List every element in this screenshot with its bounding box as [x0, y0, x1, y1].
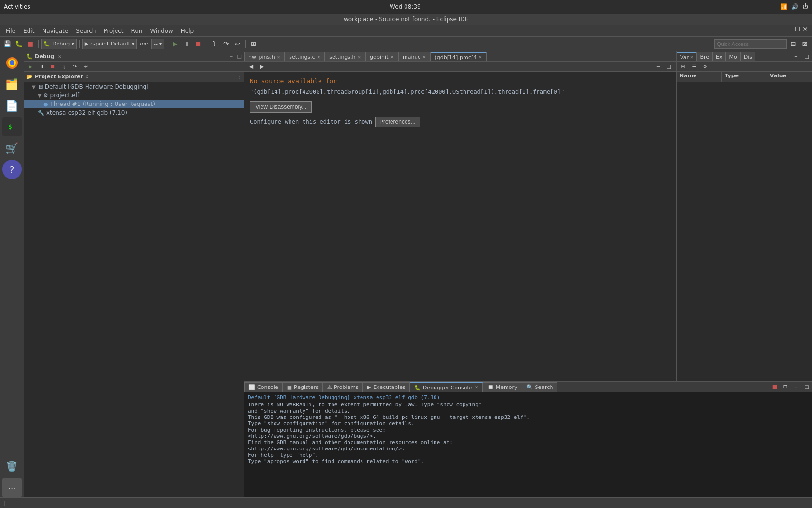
debug-config-dropdown[interactable]: 🐛 Debug ▾ [41, 39, 77, 49]
on-value-dropdown[interactable]: -- ▾ [151, 39, 164, 49]
step-over-btn[interactable]: ↷ [220, 39, 231, 49]
debug-resume-small[interactable]: ▶ [25, 61, 36, 72]
console-content[interactable]: Default [GDB Hardware Debugging] xtensa-… [244, 392, 812, 497]
var-collapse-all[interactable]: ⊟ [678, 61, 688, 72]
var-settings[interactable]: ⚙ [700, 61, 710, 72]
stop-toolbar-btn[interactable]: ■ [25, 39, 36, 49]
launch-config-dropdown[interactable]: ▶ c-point Default ▾ [82, 39, 137, 49]
tab-hw-pins-h-close[interactable]: ✕ [277, 55, 281, 60]
sound-icon[interactable]: 🔊 [791, 3, 798, 10]
tab-gdbinit[interactable]: gdbinit ✕ [365, 52, 398, 61]
restore-btn[interactable]: ☐ [795, 25, 801, 33]
dock-trash[interactable]: 🗑️ [2, 457, 22, 476]
menu-run[interactable]: Run [127, 27, 146, 35]
menu-navigate[interactable]: Navigate [38, 27, 72, 35]
debug-toolbar-btn[interactable]: 🐛 [14, 39, 24, 49]
tab-registers[interactable]: ▦ Registers [283, 382, 323, 392]
var-select-all[interactable]: ☰ [689, 61, 699, 72]
debug-step-return-small[interactable]: ↩ [81, 61, 91, 72]
variables-maximize-btn[interactable]: □ [801, 51, 812, 61]
resume-btn[interactable]: ▶ [170, 39, 180, 49]
tree-item-xtensa[interactable]: 🔧 xtensa-esp32-elf-gdb (7.10) [24, 108, 244, 117]
tab-disassembly[interactable]: Dis [740, 52, 755, 61]
console-line-1: There is NO WARRANTY, to the extent perm… [248, 402, 808, 408]
menu-project[interactable]: Project [100, 27, 127, 35]
power-icon[interactable]: ⏻ [802, 3, 808, 10]
tab-gdbinit-close[interactable]: ✕ [390, 55, 394, 60]
editor-minimize-btn[interactable]: − [653, 61, 664, 72]
step-into-btn[interactable]: ⤵ [209, 39, 219, 49]
save-toolbar-btn[interactable]: 💾 [2, 39, 13, 49]
tab-hw-pins-h[interactable]: hw_pins.h ✕ [244, 52, 285, 61]
terminate-btn[interactable]: ⏹ [193, 39, 203, 49]
project-explorer-close[interactable]: ✕ [85, 75, 89, 79]
tree-item-project-elf[interactable]: ▼ ⚙ project.elf [24, 91, 244, 100]
menu-search[interactable]: Search [72, 27, 100, 35]
debug-panel-close[interactable]: ✕ [58, 54, 62, 59]
tab-settings-h-close[interactable]: ✕ [358, 55, 362, 60]
menu-file[interactable]: File [2, 27, 19, 35]
debug-maximize-icon[interactable]: □ [237, 54, 242, 59]
tab-executables[interactable]: ▶ Executables [363, 382, 410, 392]
open-perspective-view-btn[interactable]: ⊠ [799, 39, 810, 49]
pe-collapse-icon[interactable]: ⋮ [237, 74, 242, 79]
open-editor-view-btn[interactable]: ⊟ [788, 39, 798, 49]
open-perspective-btn[interactable]: ⊞ [248, 39, 259, 49]
activities-label[interactable]: Activities [4, 3, 30, 10]
tab-console[interactable]: ⬜ Console [244, 382, 283, 392]
tab-search[interactable]: 🔍 Search [522, 382, 558, 392]
debug-step-over-small[interactable]: ↷ [70, 61, 80, 72]
view-disassembly-btn[interactable]: View Disassembly... [250, 101, 312, 113]
tab-variables[interactable]: Var ✕ [677, 52, 696, 61]
tab-gdb-proc[interactable]: (gdb[14].proc[4 ✕ [431, 52, 487, 61]
tab-settings-h[interactable]: settings.h ✕ [325, 52, 365, 61]
console-line-3: This GDB was configured as "--host=x86_6… [248, 414, 808, 420]
tab-debugger-console-close[interactable]: ✕ [475, 385, 478, 390]
dock-software[interactable]: 🛒 [2, 138, 22, 158]
tab-breakpoints[interactable]: Bre [696, 52, 712, 61]
menu-edit[interactable]: Edit [19, 27, 38, 35]
variables-minimize-btn[interactable]: − [791, 51, 801, 61]
tab-problems[interactable]: ⚠ Problems [323, 382, 363, 392]
console-clear-btn[interactable]: ⊟ [780, 381, 791, 392]
tab-debugger-console[interactable]: 🐛 Debugger Console ✕ [410, 382, 483, 392]
tab-main-c-close[interactable]: ✕ [422, 55, 426, 60]
step-return-btn[interactable]: ↩ [232, 39, 243, 49]
close-btn[interactable]: ✕ [802, 25, 808, 33]
tab-variables-close[interactable]: ✕ [690, 55, 694, 60]
dock-firefox[interactable] [2, 53, 22, 73]
dock-text-editor[interactable]: 📄 [2, 96, 22, 115]
dock-terminal[interactable]: $_ [2, 117, 22, 136]
debug-suspend-small[interactable]: ⏸ [36, 61, 47, 72]
network-icon[interactable]: 📶 [780, 3, 787, 10]
dock-help[interactable]: ? [2, 160, 22, 179]
editor-back-btn[interactable]: ◀ [246, 61, 257, 72]
minimize-btn[interactable]: — [786, 25, 793, 33]
quick-access-input[interactable] [714, 39, 787, 49]
tree-item-thread1[interactable]: ● Thread #1 (Running : User Request) [24, 100, 244, 108]
tab-search-label: Search [535, 384, 553, 390]
debug-minimize-icon[interactable]: − [229, 54, 233, 59]
console-maximize-btn[interactable]: □ [801, 381, 812, 392]
debug-terminate-small[interactable]: ⏹ [47, 61, 58, 72]
console-minimize-btn[interactable]: − [791, 381, 801, 392]
suspend-btn[interactable]: ⏸ [181, 39, 192, 49]
preferences-btn[interactable]: Preferences... [375, 117, 420, 127]
tree-item-default-gdb[interactable]: ▼ 🖥 Default [GDB Hardware Debugging] [24, 82, 244, 91]
dock-apps[interactable]: ⋯ [2, 478, 22, 497]
debug-step-into-small[interactable]: ⤵ [58, 61, 69, 72]
tab-settings-c[interactable]: settings.c ✕ [285, 52, 325, 61]
tab-modules[interactable]: Mo [726, 52, 740, 61]
tab-memory[interactable]: 🔲 Memory [483, 382, 522, 392]
dock-files[interactable]: 🗂️ [2, 75, 22, 94]
editor-maximize-btn[interactable]: □ [664, 61, 674, 72]
tab-gdb-proc-close[interactable]: ✕ [478, 55, 482, 60]
editor-forward-btn[interactable]: ▶ [257, 61, 267, 72]
tab-settings-c-close[interactable]: ✕ [317, 55, 321, 60]
menu-window[interactable]: Window [146, 27, 176, 35]
menu-help[interactable]: Help [177, 27, 198, 35]
svg-point-2 [10, 60, 14, 65]
console-stop-btn[interactable]: ■ [769, 381, 780, 392]
tab-main-c[interactable]: main.c ✕ [398, 52, 431, 61]
tab-expressions[interactable]: Ex [712, 52, 725, 61]
